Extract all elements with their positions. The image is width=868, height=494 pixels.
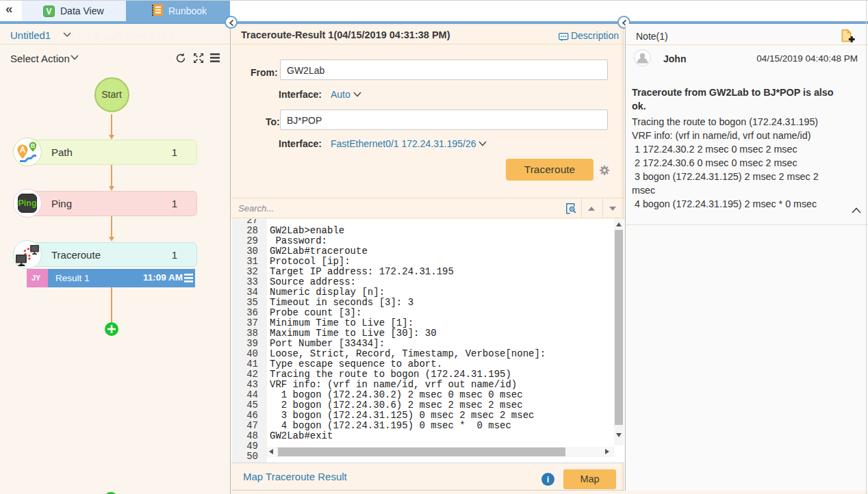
svg-text:V: V — [46, 7, 51, 16]
svg-text:A: A — [20, 145, 26, 155]
svg-text:B: B — [31, 142, 36, 149]
